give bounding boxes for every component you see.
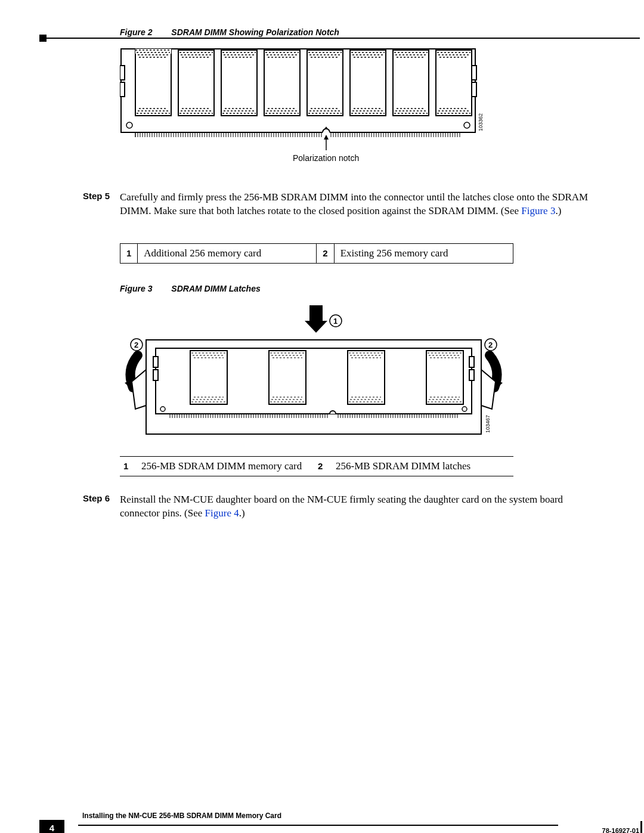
figure2-legend-table: 1 Additional 256 memory card 2 Existing … — [120, 243, 513, 264]
svg-rect-35 — [153, 370, 158, 380]
svg-rect-3 — [472, 66, 476, 80]
figure3-imageid: 103467 — [485, 415, 491, 433]
svg-text:1: 1 — [333, 317, 338, 326]
figure3-label: Figure 3 — [120, 284, 152, 293]
step5-text-before: Carefully and firmly press the 256-MB SD… — [120, 191, 588, 216]
legend-num: 1 — [120, 456, 135, 476]
svg-point-5 — [126, 122, 132, 128]
svg-text:2: 2 — [488, 340, 493, 349]
figure2-imageid: 103362 — [478, 113, 484, 131]
polarization-notch-label: Polarization notch — [293, 153, 359, 163]
svg-rect-37 — [469, 370, 474, 380]
svg-rect-13 — [350, 50, 386, 116]
svg-rect-11 — [264, 50, 300, 116]
svg-rect-38 — [190, 351, 227, 404]
figure2-diagram: 103362 Polarization notch — [120, 48, 596, 167]
footer-endbar — [640, 821, 642, 833]
legend-desc: Additional 256 memory card — [138, 243, 317, 263]
svg-marker-21 — [305, 321, 327, 333]
legend-desc: 256-MB SDRAM DIMM memory card — [135, 456, 314, 476]
footer-rule — [78, 825, 558, 826]
figure3-title: SDRAM DIMM Latches — [171, 284, 260, 293]
svg-text:2: 2 — [134, 340, 138, 349]
footer-title: Installing the NM-CUE 256-MB SDRAM DIMM … — [82, 812, 281, 820]
legend-num: 1 — [120, 243, 138, 263]
svg-rect-10 — [221, 50, 257, 116]
figure2-label: Figure 2 — [120, 27, 152, 37]
step5-text-after: .) — [555, 205, 561, 216]
svg-rect-8 — [135, 50, 171, 116]
step5-block: Step 5 Carefully and firmly press the 25… — [83, 191, 596, 218]
step5-text: Carefully and firmly press the 256-MB SD… — [120, 191, 596, 218]
svg-rect-41 — [426, 351, 463, 404]
svg-rect-1 — [120, 66, 125, 80]
svg-rect-40 — [348, 351, 385, 404]
svg-rect-15 — [436, 50, 472, 116]
legend-num: 2 — [317, 243, 334, 263]
svg-rect-39 — [269, 351, 306, 404]
svg-rect-2 — [120, 82, 125, 97]
step6-text-before: Reinstall the NM-CUE daughter board on t… — [120, 494, 563, 519]
step5-link[interactable]: Figure 3 — [521, 205, 555, 216]
svg-rect-12 — [307, 50, 343, 116]
step6-label: Step 6 — [83, 493, 112, 521]
figure2-title: SDRAM DIMM Showing Polarization Notch — [171, 27, 339, 37]
svg-rect-20 — [309, 305, 323, 321]
legend-num: 2 — [314, 456, 330, 476]
svg-rect-16 — [135, 49, 171, 54]
svg-point-6 — [464, 122, 470, 128]
step6-block: Step 6 Reinstall the NM-CUE daughter boa… — [83, 493, 596, 521]
table-row: 1 256-MB SDRAM DIMM memory card 2 256-MB… — [120, 456, 513, 476]
table-row: 1 Additional 256 memory card 2 Existing … — [120, 243, 513, 263]
footer-docnum: 78-16927-01 — [602, 827, 639, 833]
figure3-legend-table: 1 256-MB SDRAM DIMM memory card 2 256-MB… — [120, 456, 513, 476]
svg-rect-14 — [393, 50, 429, 116]
svg-point-42 — [160, 407, 165, 411]
svg-rect-4 — [472, 82, 476, 97]
figure3-diagram: 1 2 2 — [120, 304, 596, 444]
svg-rect-9 — [178, 50, 214, 116]
svg-point-43 — [462, 407, 467, 411]
page-number: 4 — [39, 820, 64, 833]
legend-desc: Existing 256 memory card — [334, 243, 513, 263]
step6-text-after: .) — [239, 507, 245, 519]
page-footer: Installing the NM-CUE 256-MB SDRAM DIMM … — [39, 825, 644, 826]
svg-rect-36 — [469, 357, 474, 367]
svg-marker-19 — [324, 135, 329, 140]
page-content: Figure 2 SDRAM DIMM Showing Polarization… — [83, 27, 596, 521]
svg-rect-34 — [153, 357, 158, 367]
figure2-caption: Figure 2 SDRAM DIMM Showing Polarization… — [120, 27, 596, 37]
step6-link[interactable]: Figure 4 — [205, 507, 239, 519]
figure3-caption: Figure 3 SDRAM DIMM Latches — [120, 284, 596, 293]
step5-label: Step 5 — [83, 191, 112, 218]
step6-text: Reinstall the NM-CUE daughter board on t… — [120, 493, 596, 521]
legend-desc: 256-MB SDRAM DIMM latches — [330, 456, 513, 476]
